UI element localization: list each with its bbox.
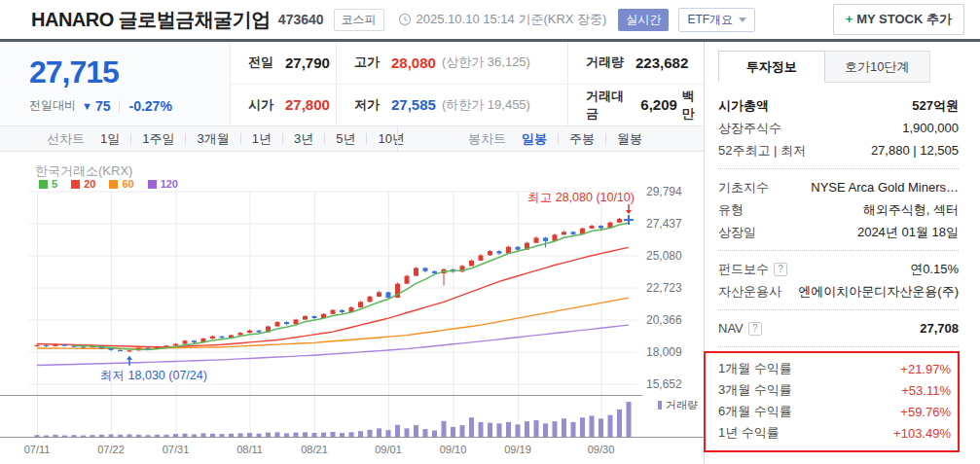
svg-text:27,437: 27,437 (646, 217, 682, 231)
divider (718, 346, 959, 347)
row-return-1month: 1개월 수익률 +21.97% (718, 358, 951, 379)
legend-color-swatch (148, 180, 157, 189)
stats-row-2: 시가 27,800 저가 27,585 (하한가 19,455) 거래대금 6,… (231, 84, 704, 126)
candlestick-chart: 한국거래소(KRX) 52060120 29,79427,43725,08022… (0, 152, 704, 464)
svg-text:최저 18,030 (07/24): 최저 18,030 (07/24) (100, 369, 207, 382)
row-return-1year: 1년 수익률 +103.49% (718, 422, 951, 444)
svg-text:29,794: 29,794 (646, 185, 682, 198)
row-listed-shares: 상장주식수 1,900,000 (718, 117, 959, 139)
candle-tab-group: 봉차트 일봉 주봉 월봉 (468, 126, 642, 151)
row-return-3month: 3개월 수익률 +53.11% (718, 379, 951, 401)
svg-text:최고 28,080 (10/10): 최고 28,080 (10/10) (527, 191, 635, 204)
realtime-badge: 실시간 (618, 9, 669, 31)
price-change-row: 전일대비 ▼ 75 -0.27% (29, 97, 230, 114)
help-icon[interactable]: ? (774, 263, 787, 276)
etf-overview-dropdown[interactable]: ETF개요 (678, 8, 755, 32)
add-mystock-button[interactable]: +MY STOCK 추가 (833, 4, 964, 35)
row-underlying-index: 기초지수 NYSE Arca Gold Miners… (718, 176, 959, 198)
current-price-box: 27,715 전일대비 ▼ 75 -0.27% (0, 42, 231, 125)
market-badge: 코스피 (334, 9, 384, 31)
ma-legend-item: 5 (39, 178, 57, 190)
ma-legend-item: 120 (148, 178, 178, 190)
quote-and-chart-pane: 27,715 전일대비 ▼ 75 -0.27% 전일 27,790 고가 (0, 42, 704, 464)
legend-color-swatch (71, 180, 80, 189)
svg-text:15,652: 15,652 (646, 377, 682, 391)
chevron-down-icon (739, 18, 746, 22)
ohlc-stats-table: 전일 27,790 고가 28,080 (상한가 36,125) 거래량 223… (231, 42, 704, 125)
row-return-6month: 6개월 수익률 +59.76% (718, 401, 951, 422)
page-header: HANARO 글로벌금채굴기업 473640 코스피 2025.10.10 15… (0, 0, 980, 42)
tab-orderbook-10[interactable]: 호가10단계 (825, 51, 931, 83)
plus-icon: + (846, 12, 853, 26)
candle-chart-group-label: 봉차트 (468, 130, 506, 148)
down-arrow-icon: ▼ (82, 100, 92, 112)
svg-text:09/01: 09/01 (375, 444, 402, 455)
stat-trading-value: 거래대금 6,209 백만 (567, 85, 704, 126)
tab-10year[interactable]: 10년 (378, 130, 404, 148)
svg-text:07/22: 07/22 (97, 444, 125, 455)
row-52week-high-low: 52주최고 | 최저 27,880 | 12,505 (718, 139, 959, 161)
tab-group-divider (397, 126, 398, 151)
tab-daily-candle[interactable]: 일봉 (522, 130, 547, 148)
svg-text:거래량: 거래량 (666, 399, 698, 410)
svg-text:07/11: 07/11 (24, 444, 51, 455)
ma-legend-item: 20 (71, 178, 95, 190)
svg-text:20,366: 20,366 (646, 313, 682, 327)
current-price: 27,715 (29, 54, 230, 90)
svg-text:25,080: 25,080 (646, 249, 682, 263)
divider (718, 250, 959, 251)
stat-low: 저가 27,585 (하한가 19,455) (336, 85, 567, 126)
add-mystock-label: MY STOCK 추가 (856, 12, 952, 26)
row-listing-date: 상장일 2024년 01월 18일 (718, 221, 959, 243)
divider (718, 168, 959, 169)
etf-detail-page: HANARO 글로벌금채굴기업 473640 코스피 2025.10.10 15… (0, 0, 980, 464)
tab-5year[interactable]: 5년 (336, 130, 355, 148)
row-asset-manager: 자산운용사 엔에이치아문디자산운용(주) (718, 280, 959, 303)
svg-text:09/19: 09/19 (504, 444, 531, 455)
stat-open: 시가 27,800 (231, 85, 336, 126)
help-icon[interactable]: ? (748, 322, 762, 336)
tab-weekly-candle[interactable]: 주봉 (569, 130, 595, 148)
stat-high: 고가 28,080 (상한가 36,125) (336, 42, 567, 84)
svg-text:08/11: 08/11 (236, 444, 263, 455)
returns-highlight-box: 1개월 수익률 +21.97% 3개월 수익률 +53.11% 6개월 수익률 … (704, 351, 960, 452)
stat-volume: 거래량 223,682 (567, 42, 704, 84)
tab-investment-info[interactable]: 투자정보 (718, 51, 825, 83)
ma-legend-item: 60 (109, 178, 133, 190)
tab-1year[interactable]: 1년 (252, 130, 272, 148)
change-value: 75 (95, 98, 111, 114)
stat-prev-close: 전일 27,790 (231, 42, 336, 84)
svg-text:18,009: 18,009 (646, 345, 682, 359)
svg-text:08/21: 08/21 (301, 444, 328, 455)
clock-icon (398, 13, 412, 26)
chart-period-tabbar: 선차트 1일 1주일 3개월 1년 3년 5년 10년 봉차트 일봉 주봉 월봉 (0, 126, 704, 152)
divider (119, 100, 120, 112)
tab-3year[interactable]: 3년 (294, 130, 313, 148)
panel-tabs: 투자정보 호가10단계 (718, 51, 930, 83)
quote-timestamp: 2025.10.10 15:14 기준(KRX 장중) (417, 11, 607, 28)
legend-color-swatch (109, 180, 118, 189)
price-chart-canvas: 29,79427,43725,08022,72320,36618,00915,6… (0, 152, 704, 464)
change-label: 전일대비 (29, 97, 76, 114)
line-chart-group-label: 선차트 (47, 130, 85, 148)
moving-average-legend: 52060120 (39, 178, 192, 190)
svg-text:09/30: 09/30 (588, 444, 615, 455)
tab-monthly-candle[interactable]: 월봉 (617, 130, 642, 148)
row-fund-fee: 펀드보수? 연0.15% (718, 258, 959, 280)
tab-1day[interactable]: 1일 (100, 130, 120, 148)
stats-row-1: 전일 27,790 고가 28,080 (상한가 36,125) 거래량 223… (231, 42, 704, 84)
tab-3month[interactable]: 3개월 (197, 130, 229, 148)
legend-color-swatch (39, 180, 48, 189)
svg-text:07/31: 07/31 (163, 444, 190, 455)
page-title: HANARO 글로벌금채굴기업 (31, 7, 271, 33)
row-fund-type: 유형 해외주식형, 섹터 (718, 198, 959, 221)
tab-1week[interactable]: 1주일 (142, 130, 174, 148)
row-market-cap: 시가총액 527억원 (718, 94, 959, 117)
svg-text:22,723: 22,723 (646, 281, 682, 295)
row-nav: NAV? 27,708 (718, 317, 959, 339)
svg-text:09/10: 09/10 (440, 444, 467, 455)
ticker-code: 473640 (278, 12, 324, 27)
investment-info-panel: 투자정보 호가10단계 시가총액 527억원 상장주식수 1,900,000 5… (704, 42, 980, 464)
price-summary: 27,715 전일대비 ▼ 75 -0.27% 전일 27,790 고가 (0, 42, 704, 126)
change-percent: -0.27% (128, 98, 171, 114)
